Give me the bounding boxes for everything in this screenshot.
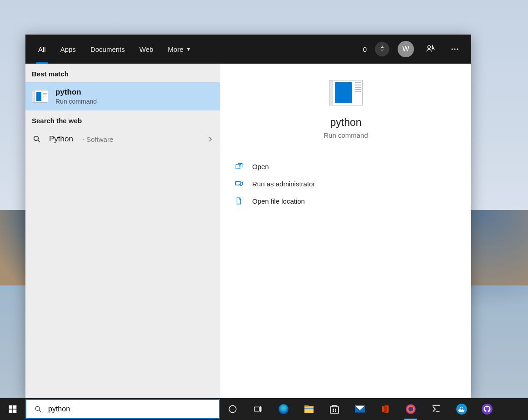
svg-point-4: [34, 136, 39, 141]
result-subtitle: Run command: [55, 98, 97, 105]
more-options-icon[interactable]: [447, 41, 463, 57]
svg-point-0: [428, 45, 430, 48]
tab-more[interactable]: More ▼: [160, 35, 198, 64]
windows-logo-icon: [8, 405, 17, 414]
svg-rect-36: [460, 407, 461, 408]
detail-subtitle: Run command: [324, 131, 368, 139]
tab-documents[interactable]: Documents: [83, 35, 132, 64]
svg-point-2: [454, 48, 455, 50]
svg-rect-15: [254, 407, 259, 411]
taskbar-search-input[interactable]: [48, 405, 219, 413]
office-icon[interactable]: [373, 398, 398, 420]
tab-label: All: [38, 45, 46, 53]
svg-point-1: [451, 48, 453, 50]
detail-app-icon: [329, 80, 363, 105]
avatar-initial: W: [402, 45, 409, 53]
folder-location-icon: [234, 197, 244, 205]
tab-label: Apps: [60, 45, 76, 53]
tab-all[interactable]: All: [31, 35, 53, 64]
detail-panel: python Run command Open Run as administr…: [220, 64, 471, 398]
svg-point-18: [279, 404, 289, 414]
svg-rect-25: [333, 410, 334, 412]
microsoft-store-icon[interactable]: [322, 398, 347, 420]
svg-point-12: [35, 406, 40, 410]
tab-label: More: [168, 45, 183, 53]
taskbar-search-box[interactable]: [25, 399, 220, 419]
svg-rect-26: [335, 410, 336, 412]
search-flyout: All Apps Documents Web More ▼ 0 W: [25, 35, 471, 398]
search-icon: [35, 405, 42, 413]
best-match-header: Best match: [25, 64, 220, 82]
start-button[interactable]: [0, 398, 25, 420]
github-icon[interactable]: [474, 398, 500, 420]
search-header: All Apps Documents Web More ▼ 0 W: [25, 35, 471, 64]
feedback-icon[interactable]: [422, 41, 438, 57]
taskbar-pinned-apps: [220, 398, 500, 420]
tab-apps[interactable]: Apps: [53, 35, 83, 64]
svg-rect-33: [459, 409, 460, 410]
svg-rect-24: [335, 409, 336, 410]
search-tabs: All Apps Documents Web More ▼: [31, 35, 198, 64]
tab-label: Web: [139, 45, 154, 53]
run-command-icon: [32, 88, 48, 105]
web-result[interactable]: Python - Software: [25, 129, 220, 149]
mail-icon[interactable]: [347, 398, 373, 420]
rewards-badge-icon[interactable]: [375, 42, 389, 56]
search-web-header: Search the web: [25, 110, 220, 129]
best-match-result[interactable]: python Run command: [25, 82, 220, 110]
tab-label: Documents: [90, 45, 125, 53]
svg-point-3: [457, 48, 458, 50]
svg-point-14: [229, 405, 236, 413]
svg-point-29: [408, 407, 413, 412]
user-avatar[interactable]: W: [398, 41, 414, 57]
rewards-count: 0: [363, 45, 367, 53]
svg-rect-11: [13, 410, 17, 413]
svg-rect-22: [330, 407, 339, 413]
svg-rect-21: [304, 408, 314, 409]
svg-line-13: [39, 410, 41, 412]
search-icon: [32, 135, 42, 143]
svg-line-5: [38, 140, 40, 142]
web-result-title: Python: [49, 135, 73, 144]
detail-title: python: [330, 116, 361, 129]
action-label: Open: [252, 163, 269, 170]
edge-browser-icon[interactable]: [271, 398, 296, 420]
action-label: Open file location: [252, 197, 305, 205]
svg-rect-37: [462, 407, 463, 408]
action-open-location[interactable]: Open file location: [220, 192, 471, 210]
cortana-icon[interactable]: [220, 398, 245, 420]
web-result-suffix: - Software: [82, 135, 113, 143]
svg-rect-10: [9, 410, 13, 413]
svg-rect-19: [304, 406, 314, 413]
file-explorer-icon[interactable]: [296, 398, 322, 420]
open-icon: [234, 162, 244, 170]
tab-web[interactable]: Web: [132, 35, 161, 64]
firefox-icon[interactable]: [398, 398, 423, 420]
admin-shield-icon: [234, 180, 244, 188]
svg-rect-9: [13, 405, 17, 409]
action-run-admin[interactable]: Run as administrator: [220, 175, 471, 192]
task-view-icon[interactable]: [245, 398, 271, 420]
result-title: python: [55, 88, 97, 97]
svg-rect-34: [460, 409, 461, 410]
docker-icon[interactable]: [449, 398, 474, 420]
svg-rect-23: [333, 409, 334, 410]
action-label: Run as administrator: [252, 180, 315, 188]
svg-rect-20: [304, 405, 309, 407]
svg-point-38: [482, 404, 493, 415]
action-open[interactable]: Open: [220, 158, 471, 175]
terminal-icon[interactable]: [423, 398, 449, 420]
caret-down-icon: ▼: [186, 46, 191, 52]
taskbar: [0, 398, 528, 420]
svg-rect-35: [462, 409, 463, 410]
chevron-right-icon: [207, 136, 214, 142]
svg-rect-8: [9, 405, 13, 409]
svg-rect-6: [236, 165, 240, 169]
detail-actions: Open Run as administrator Open file loca…: [220, 152, 471, 215]
results-panel: Best match python Run command Search the…: [25, 64, 220, 398]
